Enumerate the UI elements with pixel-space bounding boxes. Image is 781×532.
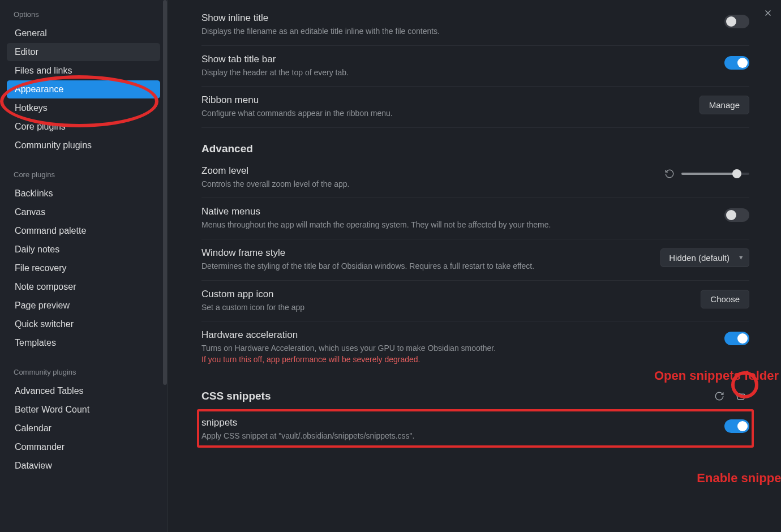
- setting-snippet-row: snippets Apply CSS snippet at "vault/.ob…: [201, 407, 749, 450]
- setting-tab-title-bar: Show tab title bar Display the header at…: [201, 46, 749, 87]
- setting-desc: Set a custom icon for the app: [201, 302, 689, 314]
- setting-app-icon: Custom app icon Set a custom icon for th…: [201, 281, 749, 322]
- toggle-snippet[interactable]: [724, 419, 749, 433]
- setting-desc: Turns on Hardware Acceleration, which us…: [201, 343, 713, 354]
- sidebar-item-core-plugins[interactable]: Core plugins: [7, 118, 160, 136]
- setting-hardware-accel: Hardware acceleration Turns on Hardware …: [201, 321, 749, 373]
- setting-window-frame: Window frame style Determines the stylin…: [201, 239, 749, 281]
- setting-native-menus: Native menus Menus throughout the app wi…: [201, 198, 749, 239]
- sidebar-item-general[interactable]: General: [7, 24, 160, 42]
- sidebar-item-page-preview[interactable]: Page preview: [7, 297, 160, 315]
- zoom-slider[interactable]: [681, 173, 749, 175]
- sidebar-item-command-palette[interactable]: Command palette: [7, 222, 160, 240]
- setting-zoom-level: Zoom level Controls the overall zoom lev…: [201, 157, 749, 199]
- sidebar-item-note-composer[interactable]: Note composer: [7, 278, 160, 296]
- snippet-desc: Apply CSS snippet at "vault/.obsidian/sn…: [201, 431, 713, 442]
- toggle-native-menus[interactable]: [724, 208, 749, 222]
- sidebar-item-editor[interactable]: Editor: [7, 43, 160, 61]
- setting-title: Native menus: [201, 206, 713, 217]
- settings-sidebar: Options General Editor Files and links A…: [0, 0, 168, 532]
- sidebar-item-appearance[interactable]: Appearance: [7, 80, 160, 98]
- reset-zoom-icon[interactable]: [664, 169, 675, 179]
- sidebar-item-files-links[interactable]: Files and links: [7, 62, 160, 80]
- section-css-snippets: CSS snippets: [201, 373, 749, 407]
- setting-warning: If you turn this off, app performance wi…: [201, 354, 713, 366]
- setting-desc: Display the header at the top of every t…: [201, 67, 713, 79]
- toggle-inline-title[interactable]: [724, 15, 749, 28]
- close-icon[interactable]: [761, 5, 775, 24]
- setting-desc: Configure what commands appear in the ri…: [201, 108, 688, 119]
- setting-title: Show tab title bar: [201, 54, 713, 65]
- choose-button[interactable]: Choose: [701, 290, 749, 308]
- setting-desc: Displays the filename as an editable tit…: [201, 26, 713, 37]
- setting-title: Zoom level: [201, 165, 653, 177]
- setting-title: Custom app icon: [201, 289, 689, 300]
- sidebar-item-advanced-tables[interactable]: Advanced Tables: [7, 382, 160, 400]
- setting-title: Window frame style: [201, 247, 649, 259]
- toggle-hardware-accel[interactable]: [724, 332, 749, 345]
- setting-title: Ribbon menu: [201, 95, 688, 106]
- reload-snippets-icon[interactable]: [711, 388, 728, 405]
- sidebar-item-canvas[interactable]: Canvas: [7, 203, 160, 221]
- sidebar-item-backlinks[interactable]: Backlinks: [7, 185, 160, 203]
- setting-ribbon-menu: Ribbon menu Configure what commands appe…: [201, 87, 749, 128]
- sidebar-item-quick-switcher[interactable]: Quick switcher: [7, 315, 160, 333]
- setting-desc: Controls the overall zoom level of the a…: [201, 179, 653, 190]
- sidebar-section-options: Options: [7, 8, 160, 24]
- sidebar-item-hotkeys[interactable]: Hotkeys: [7, 99, 160, 117]
- settings-main: Show inline title Displays the filename …: [168, 0, 781, 532]
- setting-inline-title: Show inline title Displays the filename …: [201, 5, 749, 46]
- sidebar-item-community-plugins[interactable]: Community plugins: [7, 136, 160, 155]
- section-advanced: Advanced: [201, 128, 749, 157]
- sidebar-item-daily-notes[interactable]: Daily notes: [7, 241, 160, 259]
- sidebar-item-better-word-count[interactable]: Better Word Count: [7, 401, 160, 419]
- frame-style-select[interactable]: Hidden (default): [660, 248, 749, 267]
- setting-title: Hardware acceleration: [201, 329, 713, 341]
- setting-desc: Menus throughout the app will match the …: [201, 220, 713, 231]
- sidebar-item-file-recovery[interactable]: File recovery: [7, 259, 160, 277]
- sidebar-item-templates[interactable]: Templates: [7, 334, 160, 352]
- setting-desc: Determines the styling of the title bar …: [201, 261, 649, 272]
- sidebar-section-core-plugins: Core plugins: [7, 168, 160, 185]
- sidebar-item-calendar[interactable]: Calendar: [7, 419, 160, 437]
- open-snippets-folder-icon[interactable]: [732, 388, 749, 405]
- manage-button[interactable]: Manage: [700, 96, 749, 114]
- snippet-title: snippets: [201, 417, 713, 428]
- setting-title: Show inline title: [201, 12, 713, 24]
- sidebar-section-community-plugins: Community plugins: [7, 366, 160, 382]
- toggle-tab-title-bar[interactable]: [724, 56, 749, 70]
- sidebar-item-dataview[interactable]: Dataview: [7, 457, 160, 475]
- sidebar-item-commander[interactable]: Commander: [7, 438, 160, 456]
- sidebar-scrollbar[interactable]: [163, 0, 167, 385]
- annotation-enable: Enable snippets: [697, 471, 781, 486]
